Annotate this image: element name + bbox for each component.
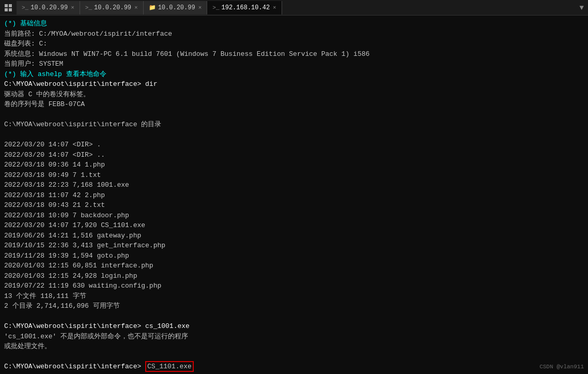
- svg-rect-3: [9, 8, 12, 11]
- terminal-line: C:\MYOA\webroot\ispirit\interface>: [4, 372, 584, 375]
- tab-tab1[interactable]: >_10.0.20.99×: [17, 1, 80, 14]
- terminal-line: 2022/03/18 09:49 7 1.txt: [4, 170, 584, 181]
- terminal-line: 当前路径: C:/MYOA/webroot/ispirit/interface: [4, 29, 584, 39]
- terminal-line: [4, 311, 584, 322]
- tab-bar: >_10.0.20.99×>_10.0.20.99×📁10.0.20.99×>_…: [0, 0, 588, 16]
- terminal-line: 当前用户: SYSTEM: [4, 59, 584, 69]
- terminal-line: 2 个目录 2,714,116,096 可用字节: [4, 301, 584, 311]
- tab-close-tab2[interactable]: ×: [134, 5, 138, 11]
- terminal-line: 'cs_1001.exe' 不是内部或外部命令，也不是可运行的程序: [4, 332, 584, 342]
- terminal-line: 2022/03/18 09:36 14 1.php: [4, 160, 584, 170]
- terminal-line: 驱动器 C 中的卷没有标签。: [4, 89, 584, 100]
- watermark: CSDN @vlan911: [539, 364, 584, 370]
- terminal-line: [4, 352, 584, 362]
- tab-close-tab1[interactable]: ×: [71, 5, 74, 11]
- terminal-line: (*) 输入 ashelp 查看本地命令: [4, 69, 584, 80]
- terminal-line: 2019/10/15 22:36 3,413 get_interface.php: [4, 241, 584, 251]
- tab-grid-icon[interactable]: [2, 2, 14, 14]
- terminal-line: 2020/01/03 12:15 60,851 interface.php: [4, 261, 584, 271]
- terminal-line: 2022/03/20 14:07 17,920 CS_1101.exe: [4, 220, 584, 231]
- tab-tab2[interactable]: >_10.0.20.99×: [80, 1, 144, 14]
- tab-icon-tab1: >_: [22, 5, 28, 11]
- terminal-line: 2022/03/20 14:07 <DIR> ..: [4, 150, 584, 160]
- terminal-line: 2022/03/18 11:07 42 2.php: [4, 190, 584, 201]
- tab-label-tab1: 10.0.20.99: [30, 4, 68, 11]
- terminal-line: 2020/01/03 12:15 24,928 login.php: [4, 271, 584, 281]
- terminal-line: (*) 基础信息: [4, 19, 584, 29]
- terminal-line: 2022/03/18 09:43 21 2.txt: [4, 200, 584, 211]
- tab-tab3[interactable]: 📁10.0.20.99×: [144, 1, 208, 14]
- terminal-line: C:\MYOA\webroot\ispirit\interface> CS_11…: [4, 362, 584, 372]
- terminal-line: C:\MYOA\webroot\ispirit\interface 的目录: [4, 119, 584, 130]
- terminal-line: [4, 110, 584, 120]
- terminal-line: [4, 130, 584, 140]
- svg-rect-2: [5, 8, 8, 11]
- terminal-line: 磁盘列表: C:: [4, 39, 584, 49]
- terminal-line: 2019/06/26 14:21 1,516 gateway.php: [4, 231, 584, 241]
- tab-close-tab3[interactable]: ×: [198, 5, 202, 11]
- terminal-line: 2022/03/18 10:09 7 backdoor.php: [4, 211, 584, 221]
- tab-label-tab4: 192.168.10.42: [221, 4, 270, 11]
- tab-icon-tab3: 📁: [149, 4, 156, 11]
- terminal-line: 2019/11/28 19:39 1,594 goto.php: [4, 251, 584, 261]
- terminal-line: 系统信息: Windows NT WIN7-PC 6.1 build 7601 …: [4, 49, 584, 59]
- tab-tab4[interactable]: >_192.168.10.42×: [207, 1, 282, 14]
- tab-icon-tab2: >_: [85, 5, 92, 11]
- svg-rect-1: [9, 4, 12, 7]
- terminal: (*) 基础信息当前路径: C:/MYOA/webroot/ispirit/in…: [0, 16, 588, 374]
- terminal-line: 2019/07/22 11:19 630 waiting.config.php: [4, 281, 584, 291]
- terminal-line: C:\MYOA\webroot\ispirit\interface> cs_10…: [4, 321, 584, 332]
- svg-rect-0: [5, 4, 8, 7]
- terminal-line: 或批处理文件。: [4, 341, 584, 352]
- tab-icon-tab4: >_: [212, 5, 219, 11]
- terminal-line: 2022/03/20 14:07 <DIR> .: [4, 140, 584, 150]
- terminal-line: 13 个文件 118,111 字节: [4, 291, 584, 302]
- terminal-line: 卷的序列号是 FEBB-07CA: [4, 99, 584, 110]
- tab-label-tab2: 10.0.20.99: [94, 4, 131, 11]
- tab-close-tab4[interactable]: ×: [273, 5, 276, 11]
- tab-label-tab3: 10.0.20.99: [158, 4, 195, 11]
- terminal-line: C:\MYOA\webroot\ispirit\interface> dir: [4, 79, 584, 89]
- tabs-container: >_10.0.20.99×>_10.0.20.99×📁10.0.20.99×>_…: [17, 1, 576, 14]
- tab-expand-icon[interactable]: ▼: [576, 4, 588, 12]
- terminal-line: 2022/03/18 22:23 7,168 1001.exe: [4, 180, 584, 190]
